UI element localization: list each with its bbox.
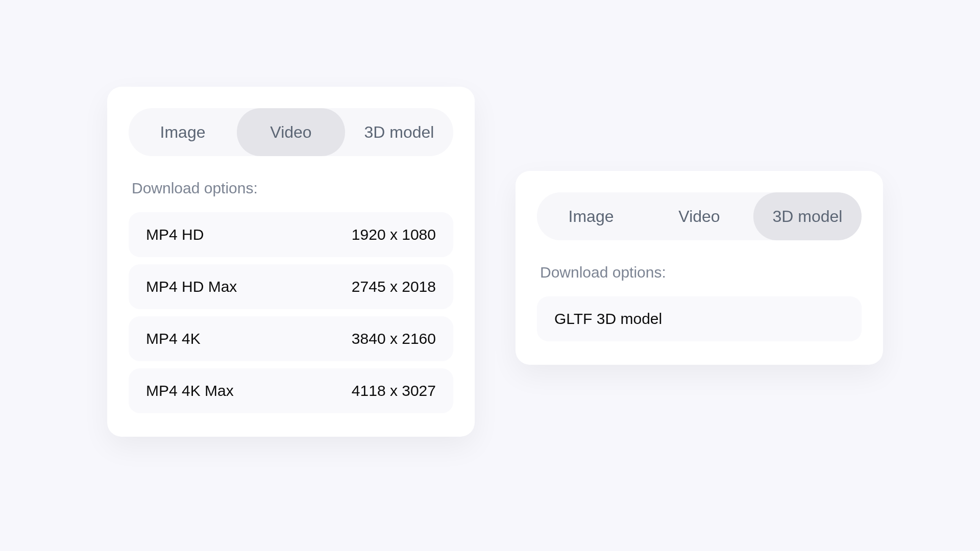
option-name: MP4 4K	[146, 330, 201, 347]
option-spec: 3840 x 2160	[352, 330, 436, 347]
tab-video[interactable]: Video	[237, 108, 345, 156]
download-option[interactable]: MP4 HD Max 2745 x 2018	[129, 264, 453, 309]
download-option[interactable]: MP4 HD 980 x 551	[129, 212, 453, 257]
tab-3d-model[interactable]: 3D model	[753, 192, 862, 240]
download-options-label: Download options:	[132, 180, 453, 197]
download-options-label: Download options:	[540, 264, 862, 281]
tab-3d-model[interactable]: 3D model	[345, 108, 453, 156]
format-tab-group: Image Video 3D model	[129, 108, 453, 156]
format-tab-group: Image Video 3D model	[537, 192, 862, 240]
download-options-list: MP4 HD 980 x 551 MP4 HD Max 2745 x 201…	[129, 212, 453, 413]
tab-image[interactable]: Image	[129, 108, 237, 156]
download-options-list: GLTF 3D model	[537, 296, 862, 341]
option-name: MP4 HD	[146, 226, 204, 243]
option-spec: 2745 x 2018	[352, 278, 436, 295]
option-spec: 4118 x 3027	[352, 382, 436, 399]
download-panel-video: Image Video 3D model Download options: M…	[107, 87, 475, 437]
option-spec: 980 x 551	[352, 226, 436, 243]
tab-video[interactable]: Video	[645, 192, 753, 240]
option-name: GLTF 3D model	[554, 310, 662, 328]
download-option[interactable]: MP4 4K 3840 x 2160	[129, 316, 453, 361]
tab-image[interactable]: Image	[537, 192, 645, 240]
download-option[interactable]: GLTF 3D model	[537, 296, 862, 341]
download-panel-3d: Image Video 3D model Download options: G…	[516, 171, 883, 365]
option-name: MP4 HD Max	[146, 278, 237, 295]
download-option[interactable]: MP4 4K Max 4118 x 3027	[129, 368, 453, 413]
option-name: MP4 4K Max	[146, 382, 234, 399]
